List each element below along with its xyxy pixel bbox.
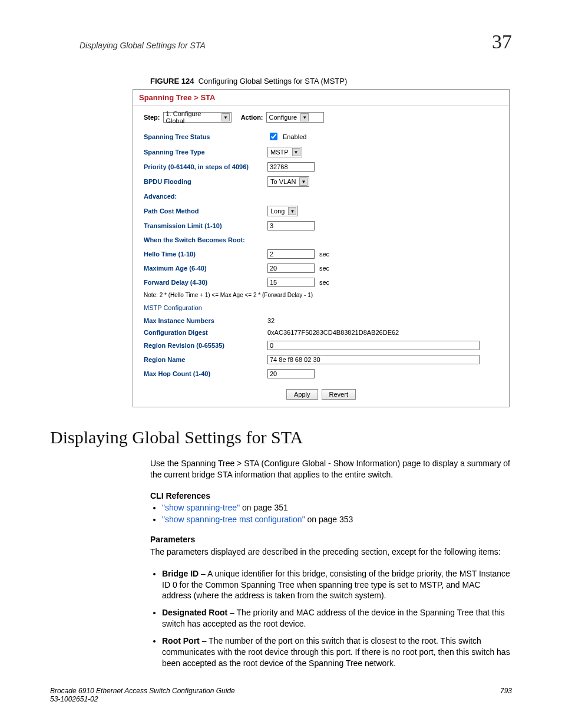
fwd-label: Forward Delay (4-30) bbox=[144, 279, 267, 286]
footer-title: Brocade 6910 Ethernet Access Switch Conf… bbox=[50, 687, 235, 695]
digest-value: 0xAC36177F50283CD4B83821D8AB26DE62 bbox=[267, 329, 399, 336]
maxage-input[interactable] bbox=[267, 263, 315, 273]
maxinst-value: 32 bbox=[267, 317, 275, 324]
tl-label: Transmission Limit (1-10) bbox=[144, 222, 267, 229]
config-screenshot: Spanning Tree > STA Step: 1. Configure G… bbox=[133, 89, 510, 407]
maxhop-label: Max Hop Count (1-40) bbox=[144, 370, 267, 377]
cli-ref-link[interactable]: "show spanning-tree" bbox=[162, 503, 240, 512]
action-select[interactable]: Configure▼ bbox=[266, 112, 324, 123]
revert-button[interactable]: Revert bbox=[322, 389, 356, 400]
param-item: Designated Root – The priority and MAC a… bbox=[162, 607, 512, 630]
hello-input[interactable] bbox=[267, 249, 315, 259]
cli-ref-link[interactable]: "show spanning-tree mst configuration" bbox=[162, 515, 305, 524]
type-select[interactable]: MSTP▼ bbox=[267, 147, 302, 157]
regionrev-input[interactable] bbox=[267, 341, 480, 350]
action-label: Action: bbox=[241, 114, 263, 121]
chapter-number: 37 bbox=[492, 31, 512, 53]
page-number: 793 bbox=[500, 687, 512, 703]
note-text: Note: 2 * (Hello Time + 1) <= Max Age <=… bbox=[144, 292, 498, 298]
section-heading: Displaying Global Settings for STA bbox=[50, 427, 512, 447]
param-item: Root Port – The number of the port on th… bbox=[162, 635, 512, 669]
apply-button[interactable]: Apply bbox=[286, 389, 318, 400]
bpdu-select[interactable]: To VLAN▼ bbox=[267, 176, 309, 187]
cli-refs-heading: CLI References bbox=[150, 491, 512, 500]
footer-docnum: 53-1002651-02 bbox=[50, 695, 235, 703]
param-desc: – A unique identifier for this bridge, c… bbox=[162, 569, 510, 601]
param-name: Bridge ID bbox=[162, 569, 199, 578]
pcm-select[interactable]: Long▼ bbox=[267, 206, 298, 216]
dropdown-icon: ▼ bbox=[292, 148, 300, 156]
param-name: Root Port bbox=[162, 636, 200, 645]
fwd-input[interactable] bbox=[267, 278, 315, 287]
advanced-header: Advanced: bbox=[144, 193, 498, 200]
param-desc: – The number of the port on this switch … bbox=[162, 636, 510, 668]
fwd-unit: sec bbox=[319, 279, 329, 286]
dropdown-icon: ▼ bbox=[299, 177, 308, 186]
cli-ref-suffix: on page 351 bbox=[240, 503, 288, 512]
breadcrumb: Spanning Tree > STA bbox=[133, 90, 509, 106]
cli-ref-suffix: on page 353 bbox=[305, 515, 353, 524]
priority-input[interactable] bbox=[267, 162, 315, 172]
hello-label: Hello Time (1-10) bbox=[144, 251, 267, 258]
parameters-heading: Parameters bbox=[150, 535, 512, 544]
type-label: Spanning Tree Type bbox=[144, 149, 267, 156]
intro-paragraph: Use the Spanning Tree > STA (Configure G… bbox=[150, 458, 512, 480]
figure-caption: FIGURE 124 Configuring Global Settings f… bbox=[150, 77, 512, 85]
param-item: Bridge ID – A unique identifier for this… bbox=[162, 568, 512, 602]
maxinst-label: Max Instance Numbers bbox=[144, 317, 267, 324]
status-label: Spanning Tree Status bbox=[144, 133, 267, 140]
regionname-label: Region Name bbox=[144, 356, 267, 363]
dropdown-icon: ▼ bbox=[222, 113, 229, 121]
hello-unit: sec bbox=[319, 251, 329, 258]
tl-input[interactable] bbox=[267, 221, 315, 230]
regionrev-label: Region Revision (0-65535) bbox=[144, 342, 267, 349]
enabled-text: Enabled bbox=[283, 133, 306, 140]
priority-label: Priority (0-61440, in steps of 4096) bbox=[144, 163, 267, 170]
param-name: Designated Root bbox=[162, 608, 227, 617]
cli-ref-item: "show spanning-tree mst configuration" o… bbox=[162, 515, 512, 524]
maxage-label: Maximum Age (6-40) bbox=[144, 265, 267, 272]
pcm-label: Path Cost Method bbox=[144, 207, 267, 215]
maxage-unit: sec bbox=[319, 265, 329, 272]
step-select[interactable]: 1. Configure Global▼ bbox=[163, 112, 232, 123]
regionname-input[interactable] bbox=[267, 355, 480, 364]
bpdu-label: BPDU Flooding bbox=[144, 178, 267, 185]
digest-label: Configuration Digest bbox=[144, 329, 267, 336]
enabled-checkbox[interactable] bbox=[270, 133, 277, 140]
maxhop-input[interactable] bbox=[267, 369, 315, 378]
dropdown-icon: ▼ bbox=[300, 113, 309, 121]
running-title: Displaying Global Settings for STA bbox=[80, 41, 206, 50]
root-header: When the Switch Becomes Root: bbox=[144, 236, 498, 243]
cli-ref-item: "show spanning-tree" on page 351 bbox=[162, 503, 512, 512]
param-intro: The parameters displayed are described i… bbox=[150, 546, 512, 558]
step-label: Step: bbox=[144, 114, 160, 121]
mstp-header: MSTP Configuration bbox=[144, 304, 498, 311]
dropdown-icon: ▼ bbox=[288, 207, 296, 215]
